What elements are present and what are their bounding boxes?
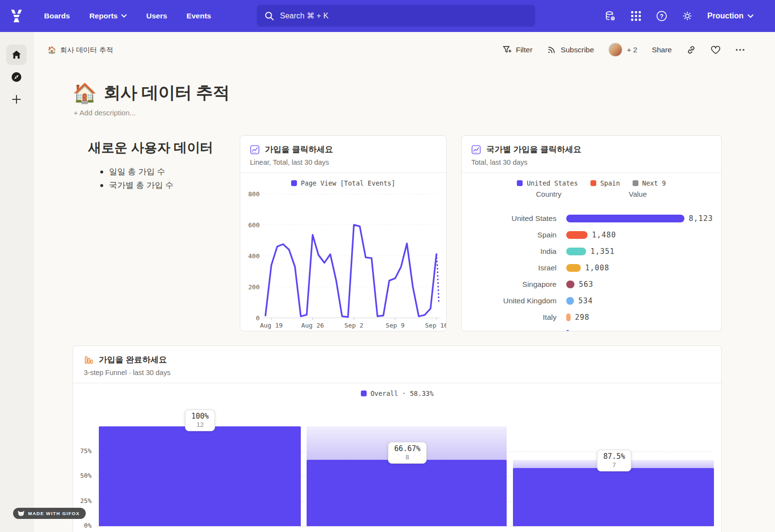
mixpanel-dashboard-screen: Boards Reports Users Events Search ⌘ + K <box>0 0 775 532</box>
favorite-button[interactable] <box>711 45 721 55</box>
country-label: Canada <box>462 329 557 331</box>
chevron-down-icon <box>747 14 754 18</box>
share-button[interactable]: Share <box>652 46 672 54</box>
project-switcher[interactable]: Prouction <box>707 12 754 20</box>
country-bar[interactable] <box>566 281 574 288</box>
funnel-chart-card: 가입을 완료하세요 3-step Funnel · last 30 days O… <box>73 345 722 532</box>
more-options-button[interactable] <box>735 48 745 51</box>
sidebar-home-button[interactable] <box>6 45 27 65</box>
avatar[interactable] <box>608 43 622 57</box>
line-chart-plot[interactable]: 0200400600800Aug 19Aug 26Sep 2Sep 9Sep 1… <box>240 184 447 330</box>
badge-label: MADE WITH GIFOX <box>28 511 80 516</box>
heart-icon <box>711 45 721 55</box>
svg-text:800: 800 <box>248 190 260 198</box>
search-input[interactable]: Search ⌘ + K <box>257 5 535 27</box>
svg-text:400: 400 <box>248 252 260 260</box>
board-emoji: 🏠 <box>47 46 56 54</box>
apps-grid-icon[interactable] <box>630 10 642 22</box>
settings-gear-icon[interactable] <box>682 10 693 22</box>
country-label: India <box>462 247 557 256</box>
list-item: 국가별 총 가입 수 <box>99 179 173 192</box>
funnel-tooltip-step1: 100% 12 <box>185 409 215 431</box>
legend-swatch <box>517 180 523 186</box>
funnel-bar-step3[interactable] <box>513 468 714 526</box>
add-description-button[interactable]: + Add description... <box>74 109 136 117</box>
country-value: 8,123 <box>689 214 713 223</box>
collaborators[interactable]: + 2 <box>608 43 637 57</box>
extra-collaborators-count: + 2 <box>627 46 637 54</box>
country-row[interactable]: Italy298 <box>462 309 722 326</box>
line-chart-icon <box>471 145 481 155</box>
report-subtitle: Total, last 30 days <box>471 158 712 166</box>
country-row[interactable]: Israel1,008 <box>462 260 722 276</box>
filter-icon <box>502 45 512 54</box>
sidebar-discover-button[interactable] <box>6 67 27 87</box>
country-row[interactable]: United States8,123 <box>462 210 722 227</box>
country-value: 563 <box>579 280 593 289</box>
funnel-y-axis-label: 50% <box>75 472 92 479</box>
country-bar[interactable] <box>566 248 586 255</box>
nav-item-reports[interactable]: Reports <box>89 12 127 20</box>
nav-item-users[interactable]: Users <box>146 12 167 20</box>
country-bar[interactable] <box>566 215 684 222</box>
text-block-list: 일일 총 가입 수 국가별 총 가입 수 <box>99 165 173 192</box>
filter-button[interactable]: Filter <box>502 45 532 54</box>
country-bar[interactable] <box>566 264 581 272</box>
subscribe-button[interactable]: Subscribe <box>547 45 594 54</box>
country-value: 534 <box>578 297 593 305</box>
funnel-plot: 100% 12 66.67% 8 87.5% 7 75%50%25%0% <box>73 346 722 532</box>
country-label: Israel <box>462 264 557 272</box>
made-with-gifox-badge[interactable]: MADE WITH GIFOX <box>13 508 86 519</box>
breadcrumb-title: 회사 데이터 추적 <box>60 46 113 55</box>
country-row[interactable]: United Kingdom534 <box>462 293 722 309</box>
line-chart-icon <box>250 145 260 155</box>
report-title[interactable]: 국가별 가입을 클릭하세요 <box>486 144 581 155</box>
top-nav: Boards Reports Users Events Search ⌘ + K <box>0 0 775 32</box>
country-bar[interactable] <box>566 297 574 305</box>
funnel-y-axis-label: 25% <box>75 497 92 504</box>
report-subtitle: Linear, Total, last 30 days <box>250 158 436 166</box>
chart-legend: United States Spain Next 9 <box>462 179 721 187</box>
country-bar-chart-card: 국가별 가입을 클릭하세요 Total, last 30 days United… <box>461 135 722 331</box>
link-icon <box>686 45 696 55</box>
country-bar[interactable] <box>566 231 588 239</box>
country-row[interactable]: Spain1,480 <box>462 227 722 243</box>
list-item: 일일 총 가입 수 <box>99 165 173 179</box>
column-header-country: Country <box>462 190 561 198</box>
country-bar[interactable] <box>566 330 569 331</box>
mixpanel-logo-icon[interactable] <box>8 7 25 25</box>
funnel-bar-step1[interactable] <box>99 426 301 526</box>
nav-item-boards[interactable]: Boards <box>44 12 70 20</box>
country-row[interactable]: Singapore563 <box>462 276 722 293</box>
country-row[interactable]: Canada <box>462 326 722 331</box>
page-title[interactable]: 🏠 회사 데이터 추적 <box>73 81 230 104</box>
breadcrumb[interactable]: 🏠 회사 데이터 추적 <box>47 46 113 55</box>
text-block-heading: 새로운 사용자 데이터 <box>88 139 213 156</box>
line-chart-card: 가입을 클릭하세요 Linear, Total, last 30 days Pa… <box>240 135 447 331</box>
help-icon[interactable]: ? <box>656 10 667 22</box>
svg-text:Sep 2: Sep 2 <box>344 322 363 329</box>
page-title-text: 회사 데이터 추적 <box>104 81 230 104</box>
data-management-icon[interactable] <box>604 10 616 22</box>
nav-item-events[interactable]: Events <box>186 12 211 20</box>
country-value: 1,480 <box>592 231 616 239</box>
country-value: 1,008 <box>585 264 609 272</box>
legend-item-spain[interactable]: Spain <box>590 179 620 187</box>
legend-item-next9[interactable]: Next 9 <box>633 179 666 187</box>
country-label: Italy <box>462 313 557 322</box>
funnel-tooltip-step3: 87.5% 7 <box>597 450 631 471</box>
legend-item-united-states[interactable]: United States <box>517 179 578 187</box>
svg-text:Sep 16: Sep 16 <box>425 322 447 329</box>
copy-link-button[interactable] <box>686 45 696 55</box>
country-bar[interactable] <box>566 313 571 321</box>
funnel-tooltip-step2: 66.67% 8 <box>388 442 427 464</box>
home-icon <box>11 49 22 60</box>
svg-text:200: 200 <box>248 283 260 291</box>
report-title[interactable]: 가입을 클릭하세요 <box>265 144 333 155</box>
sidebar-create-button[interactable] <box>6 89 27 110</box>
funnel-bar-step2[interactable] <box>307 460 507 526</box>
card-header: 국가별 가입을 클릭하세요 Total, last 30 days <box>462 136 721 173</box>
column-header-value: Value <box>629 190 647 198</box>
country-label: Singapore <box>462 280 557 289</box>
country-row[interactable]: India1,351 <box>462 243 722 260</box>
